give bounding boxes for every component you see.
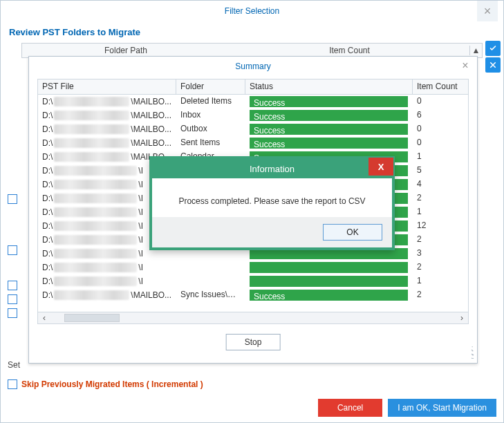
checkbox[interactable] (8, 194, 17, 204)
check-all-button[interactable] (485, 41, 501, 56)
summary-title: Summary (235, 62, 270, 71)
left-checkbox-group-2 (8, 281, 17, 318)
stop-button[interactable]: Stop (226, 334, 281, 350)
column-folder: Folder (176, 79, 245, 94)
table-row[interactable]: D:\\MAILBO...Sync Issues\Se...Success2 (38, 288, 468, 302)
scroll-up-icon[interactable]: ▲ (469, 46, 482, 55)
resize-grip-icon[interactable]: .:.::.::: (471, 346, 473, 359)
information-dialog: Information X Process completed. Please … (149, 156, 395, 250)
skip-label: Skip Previously Migrated Items ( Increme… (21, 379, 203, 389)
column-folder-path: Folder Path (22, 46, 230, 55)
close-button[interactable]: X (368, 158, 393, 176)
scroll-left-icon[interactable]: ‹ (38, 313, 50, 323)
horizontal-scrollbar[interactable]: ‹ › (37, 312, 469, 324)
start-migration-button[interactable]: I am OK, Start Migration (388, 399, 496, 417)
table-row[interactable]: D:\\MAILBO...OutboxSuccess0 (38, 122, 468, 136)
filter-selection-titlebar: Filter Selection × (1, 1, 503, 21)
checkbox[interactable] (8, 245, 17, 255)
check-toolbar (485, 41, 501, 73)
ok-button[interactable]: OK (323, 224, 382, 241)
table-row[interactable]: D:\\MAILBO...Sent ItemsSuccess0 (38, 136, 468, 150)
information-titlebar: Information X (152, 159, 392, 178)
table-row[interactable]: D:\\MAILBO...Deleted ItemsSuccess0 (38, 95, 468, 109)
checkbox[interactable] (8, 281, 17, 290)
left-checkbox-group-1 (8, 194, 17, 255)
scrollbar-thumb[interactable] (64, 314, 120, 322)
table-row[interactable]: D:\\I2 (38, 261, 468, 274)
bottom-buttons: Cancel I am OK, Start Migration (318, 399, 496, 417)
summary-table-header: PST File Folder Status Item Count (38, 79, 468, 95)
summary-titlebar: Summary × (29, 57, 477, 76)
set-label: Set (8, 360, 20, 370)
checkbox[interactable] (8, 308, 17, 318)
filter-selection-window: Filter Selection × Review PST Folders to… (0, 0, 504, 423)
table-row[interactable]: D:\\MAILBO...InboxSuccess6 (38, 109, 468, 122)
filter-selection-title: Filter Selection (225, 6, 279, 16)
close-icon[interactable]: × (458, 57, 473, 75)
skip-checkbox[interactable] (8, 379, 17, 389)
skip-previously-migrated-row: Skip Previously Migrated Items ( Increme… (8, 379, 203, 389)
table-row[interactable]: D:\\I1 (38, 274, 468, 288)
stop-button-container: Stop (226, 334, 281, 350)
information-message: Process completed. Please save the repor… (152, 178, 392, 217)
information-title: Information (250, 164, 295, 174)
review-pst-folders-header: Review PST Folders to Migrate (1, 21, 503, 43)
column-item-count: Item Count (230, 46, 469, 55)
uncheck-all-button[interactable] (485, 57, 501, 73)
close-icon[interactable]: × (477, 1, 498, 21)
column-status: Status (245, 79, 413, 94)
scroll-right-icon[interactable]: › (456, 313, 468, 323)
information-footer: OK (152, 217, 392, 247)
checkbox[interactable] (8, 294, 17, 304)
close-icon: X (378, 162, 384, 172)
column-item-count: Item Count (413, 79, 468, 94)
column-pst-file: PST File (38, 79, 176, 94)
cancel-button[interactable]: Cancel (318, 399, 382, 417)
